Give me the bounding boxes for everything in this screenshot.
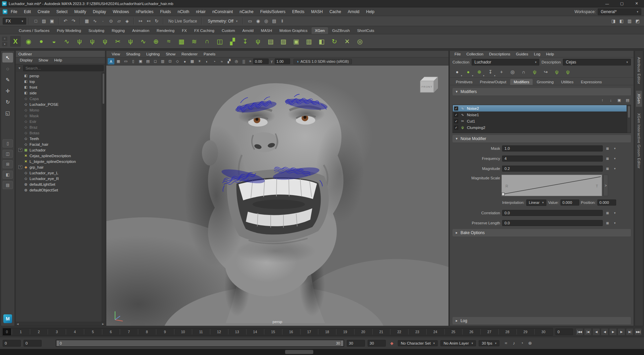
timeline-frame[interactable]: 6 bbox=[102, 328, 120, 336]
xgen-tab[interactable]: Expressions bbox=[578, 79, 605, 85]
workspace-dropdown[interactable]: General* bbox=[598, 8, 641, 15]
texture-map-button[interactable] bbox=[605, 166, 610, 171]
go-to-start-button[interactable]: |◀◀ bbox=[576, 328, 583, 336]
ramp-expand-button[interactable]: > bbox=[603, 175, 608, 196]
timeline-frame[interactable]: 2 bbox=[30, 328, 48, 336]
scale-tool[interactable]: ◱ bbox=[2, 108, 13, 118]
undo-icon[interactable]: ↶ bbox=[62, 17, 69, 25]
timeline-frame[interactable]: 16 bbox=[282, 328, 300, 336]
shelf-tab[interactable]: XGen bbox=[312, 27, 328, 34]
preserve-length-field[interactable] bbox=[502, 220, 603, 226]
isolate-select-icon[interactable]: ◎ bbox=[233, 58, 240, 64]
move-modifier-up-icon[interactable]: ↑ bbox=[599, 97, 606, 103]
auto-keyframe-toggle[interactable]: ◆ bbox=[388, 340, 395, 347]
expand-toggle[interactable] bbox=[18, 125, 22, 129]
xgen-menu-item[interactable]: Log bbox=[531, 51, 543, 57]
groom-noise-icon[interactable]: ∿ bbox=[137, 35, 149, 47]
shelf-tab[interactable]: MASH bbox=[258, 27, 275, 34]
save-scene-icon[interactable]: ▣ bbox=[48, 17, 56, 25]
shelf-tab[interactable]: GoZBrush bbox=[329, 27, 353, 34]
modifier-list-scrollbar[interactable] bbox=[627, 105, 631, 133]
step-forward-frame-button[interactable]: ▶ bbox=[618, 328, 625, 336]
animation-end-field[interactable] bbox=[368, 340, 386, 347]
menu-item[interactable]: nCloth bbox=[175, 8, 193, 15]
timeline-frame[interactable]: 5 bbox=[84, 328, 102, 336]
modifier-enabled-checkbox[interactable] bbox=[454, 126, 458, 130]
outliner-item[interactable]: top bbox=[16, 79, 105, 84]
description-dropdown[interactable]: Cejas bbox=[563, 59, 631, 65]
render-current-frame-icon[interactable]: ◉ bbox=[254, 17, 262, 25]
menu-item[interactable]: nCache bbox=[236, 8, 256, 15]
exposure-icon[interactable] bbox=[248, 59, 253, 63]
trim-tool-icon[interactable]: ψ bbox=[563, 68, 573, 76]
open-xgen-editor-icon[interactable]: ▣ bbox=[290, 35, 302, 47]
expand-toggle[interactable] bbox=[18, 114, 22, 118]
modifier-enabled-checkbox[interactable] bbox=[454, 119, 458, 123]
comb-tool-icon[interactable]: ψ bbox=[552, 68, 561, 76]
collection-dropdown[interactable]: Luchador bbox=[472, 59, 540, 65]
open-render-view-icon[interactable]: ▭ bbox=[246, 17, 254, 25]
groom-clump-icon[interactable]: ψ bbox=[124, 35, 137, 47]
menu-item[interactable]: Arnold bbox=[345, 8, 363, 15]
groom-freeze-icon[interactable]: ∩ bbox=[201, 35, 213, 47]
select-tool[interactable]: ↖ bbox=[2, 53, 13, 62]
create-description-icon[interactable]: ◉ bbox=[22, 35, 35, 47]
outliner-item[interactable]: Cejas_splineDescription bbox=[16, 153, 105, 159]
groom-direction-icon[interactable]: ↧ bbox=[239, 35, 251, 47]
step-forward-key-button[interactable]: ▶| bbox=[626, 328, 634, 336]
resolution-gate-icon[interactable]: ▯ bbox=[130, 58, 137, 64]
outliner-horizontal-scrollbar[interactable]: ◀ ▶ bbox=[16, 322, 105, 326]
step-back-key-button[interactable]: |◀ bbox=[584, 328, 592, 336]
dock-tab[interactable]: XGen Interactive Groom Editor bbox=[636, 110, 642, 172]
timeline-frame[interactable]: 9 bbox=[156, 328, 174, 336]
shelf-tab[interactable]: Rigging bbox=[108, 27, 128, 34]
attribute-menu-button[interactable] bbox=[612, 166, 618, 171]
exposure-field[interactable] bbox=[253, 58, 269, 64]
attribute-menu-button[interactable] bbox=[612, 210, 618, 216]
viewport-menu-item[interactable]: Show bbox=[163, 51, 178, 57]
outliner-item[interactable]: Braz bbox=[16, 124, 105, 130]
viewport-select-highlight-icon[interactable]: A bbox=[108, 58, 114, 64]
menu-item[interactable]: nParticles bbox=[133, 8, 157, 15]
anim-layer-dropdown[interactable]: No Anim Layer bbox=[440, 340, 476, 346]
outliner-item[interactable]: Luchador_eye_R bbox=[16, 176, 105, 181]
modifier-list-item[interactable]: Noise1 bbox=[453, 112, 627, 118]
interpolation-dropdown[interactable]: Linear bbox=[526, 199, 547, 206]
groom-part-icon[interactable]: ▞ bbox=[226, 35, 238, 47]
viewport-menu-item[interactable]: Renderer bbox=[179, 51, 200, 57]
viewport-menu-item[interactable]: View bbox=[109, 51, 123, 57]
menu-item[interactable]: nHair bbox=[193, 8, 209, 15]
safe-action-icon[interactable]: ◻ bbox=[152, 58, 159, 64]
animation-preferences-icon[interactable]: ⊛ bbox=[526, 340, 534, 347]
attribute-menu-button[interactable] bbox=[612, 156, 618, 161]
shelf-tab[interactable]: Sculpting bbox=[85, 27, 108, 34]
make-object-live-icon[interactable]: ◈ bbox=[123, 17, 131, 25]
safe-title-icon[interactable]: ▥ bbox=[159, 58, 166, 64]
timeline-frame[interactable]: 8 bbox=[138, 328, 156, 336]
guide-display-toggle-icon[interactable]: ● bbox=[452, 68, 462, 76]
view-cube[interactable]: FRONT bbox=[417, 74, 440, 96]
groom-place-icon[interactable]: ⊕ bbox=[150, 35, 162, 47]
timeline-frame[interactable]: 15 bbox=[264, 328, 282, 336]
menu-item[interactable]: Fields/Solvers bbox=[257, 8, 288, 15]
gate-mask-icon[interactable]: ▣ bbox=[137, 58, 144, 64]
menu-item[interactable]: Edit bbox=[21, 8, 34, 15]
menu-item[interactable]: Display bbox=[90, 8, 109, 15]
convert-primitives-icon[interactable]: ◒ bbox=[48, 35, 60, 47]
play-backwards-button[interactable]: ◀ bbox=[601, 328, 608, 336]
lock-selection-icon[interactable]: ∩ bbox=[519, 68, 528, 76]
snap-to-points-icon[interactable]: ∙ bbox=[99, 17, 107, 25]
timeline-frame[interactable]: 28 bbox=[498, 328, 517, 336]
go-to-end-button[interactable]: ▶▶| bbox=[634, 328, 642, 336]
viewport-menu-item[interactable]: Panels bbox=[201, 51, 218, 57]
bake-options-section-header[interactable]: Bake Options bbox=[452, 229, 631, 236]
cached-playback-icon[interactable]: ≈ bbox=[502, 340, 509, 347]
xgen-tab[interactable]: Grooming bbox=[533, 79, 557, 85]
outliner-item[interactable]: Capa bbox=[16, 96, 105, 101]
outliner-item[interactable]: Facial_hair bbox=[16, 141, 105, 147]
magnitude-field[interactable] bbox=[502, 166, 603, 172]
filter-icon[interactable] bbox=[17, 66, 22, 70]
outliner-item[interactable]: Botas bbox=[16, 130, 105, 136]
outliner-item[interactable]: side bbox=[16, 90, 105, 96]
show-modeling-toolkit-icon[interactable]: ◩ bbox=[634, 17, 641, 25]
